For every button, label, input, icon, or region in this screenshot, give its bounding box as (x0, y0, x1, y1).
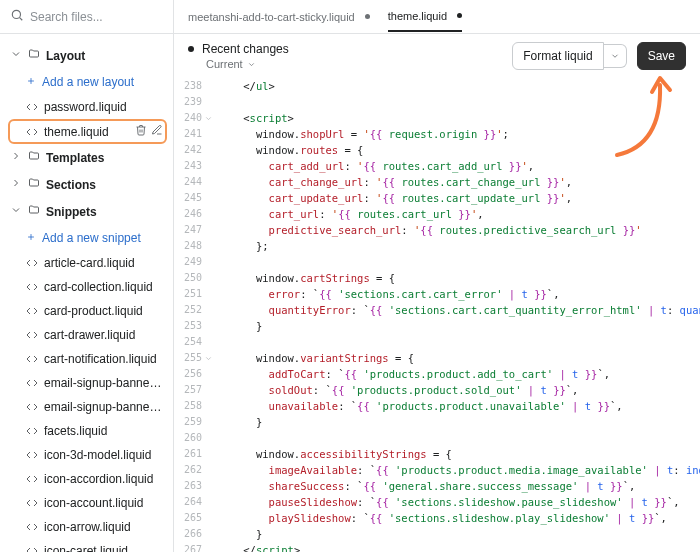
file-row[interactable]: cart-notification.liquid (0, 347, 173, 371)
folder-layout[interactable]: Layout (0, 42, 173, 69)
gutter: 259 (174, 414, 212, 430)
bullet-icon (188, 46, 194, 52)
file-row[interactable]: theme.liquid (0, 119, 173, 144)
chevron-right-icon (10, 177, 22, 192)
file-row[interactable]: icon-account.liquid (0, 491, 173, 515)
code-line[interactable]: 253 } (174, 318, 700, 334)
gutter: 243 (174, 158, 212, 174)
folder-snippets[interactable]: Snippets (0, 198, 173, 225)
tab-theme[interactable]: theme.liquid (388, 10, 462, 32)
format-liquid-button[interactable]: Format liquid (512, 42, 603, 70)
version-selector[interactable]: Current (206, 58, 256, 70)
code-text: <script> (212, 110, 294, 126)
file-row[interactable]: icon-arrow.liquid (0, 515, 173, 539)
file-label: icon-account.liquid (44, 496, 143, 510)
dirty-dot-icon (457, 13, 462, 18)
gutter: 238 (174, 78, 212, 94)
folder-label: Layout (46, 49, 85, 63)
tab-meetanshi[interactable]: meetanshi-add-to-cart-sticky.liquid (188, 11, 370, 31)
file-row[interactable]: email-signup-banner-background... (0, 371, 173, 395)
search-wrap (0, 0, 173, 34)
file-row[interactable]: cart-drawer.liquid (0, 323, 173, 347)
edit-icon[interactable] (151, 124, 163, 139)
gutter: 264 (174, 494, 212, 510)
folder-sections[interactable]: Sections (0, 171, 173, 198)
code-line[interactable]: 264 pauseSlideshow: `{{ 'sections.slides… (174, 494, 700, 510)
code-line[interactable]: 243 cart_add_url: '{{ routes.cart_add_ur… (174, 158, 700, 174)
code-line[interactable]: 244 cart_change_url: '{{ routes.cart_cha… (174, 174, 700, 190)
code-line[interactable]: 240 <script> (174, 110, 700, 126)
code-line[interactable]: 241 window.shopUrl = '{{ request.origin … (174, 126, 700, 142)
code-line[interactable]: 238 </ul> (174, 78, 700, 94)
svg-line-1 (20, 18, 23, 21)
code-line[interactable]: 252 quantityError: `{{ 'sections.cart.ca… (174, 302, 700, 318)
format-liquid-dropdown[interactable] (604, 44, 627, 68)
code-line[interactable]: 257 soldOut: `{{ 'products.product.sold_… (174, 382, 700, 398)
code-line[interactable]: 260 (174, 430, 700, 446)
folder-templates[interactable]: Templates (0, 144, 173, 171)
fold-icon[interactable] (204, 112, 213, 121)
file-row[interactable]: icon-caret.liquid (0, 539, 173, 552)
code-text (212, 334, 218, 350)
file-label: facets.liquid (44, 424, 107, 438)
gutter: 241 (174, 126, 212, 142)
format-label: Format liquid (523, 49, 592, 63)
gutter: 257 (174, 382, 212, 398)
code-line[interactable]: 262 imageAvailable: `{{ 'products.produc… (174, 462, 700, 478)
code-text: window.shopUrl = '{{ request.origin }}'; (212, 126, 509, 142)
file-row[interactable]: icon-3d-model.liquid (0, 443, 173, 467)
chevron-down-icon (10, 48, 22, 63)
code-line[interactable]: 263 shareSuccess: `{{ 'general.share.suc… (174, 478, 700, 494)
code-text: cart_url: '{{ routes.cart_url }}', (212, 206, 484, 222)
file-row[interactable]: card-product.liquid (0, 299, 173, 323)
code-line[interactable]: 250 window.cartStrings = { (174, 270, 700, 286)
code-line[interactable]: 265 playSlideshow: `{{ 'sections.slidesh… (174, 510, 700, 526)
code-line[interactable]: 256 addToCart: `{{ 'products.product.add… (174, 366, 700, 382)
file-row[interactable]: facets.liquid (0, 419, 173, 443)
code-line[interactable]: 266 } (174, 526, 700, 542)
file-label: email-signup-banner-background... (44, 400, 163, 414)
tab-label: meetanshi-add-to-cart-sticky.liquid (188, 11, 355, 23)
file-row[interactable]: password.liquid (0, 95, 173, 119)
code-line[interactable]: 246 cart_url: '{{ routes.cart_url }}', (174, 206, 700, 222)
fold-icon[interactable] (204, 352, 213, 361)
file-row[interactable]: email-signup-banner-background... (0, 395, 173, 419)
code-line[interactable]: 245 cart_update_url: '{{ routes.cart_upd… (174, 190, 700, 206)
trash-icon[interactable] (135, 124, 147, 139)
file-label: cart-drawer.liquid (44, 328, 135, 342)
search-input[interactable] (30, 10, 163, 24)
recent-changes[interactable]: Recent changes (188, 42, 289, 56)
code-line[interactable]: 249 (174, 254, 700, 270)
code-line[interactable]: 242 window.routes = { (174, 142, 700, 158)
code-line[interactable]: 254 (174, 334, 700, 350)
file-row[interactable]: article-card.liquid (0, 251, 173, 275)
gutter: 250 (174, 270, 212, 286)
code-line[interactable]: 248 }; (174, 238, 700, 254)
code-line[interactable]: 251 error: `{{ 'sections.cart.cart_error… (174, 286, 700, 302)
code-text: soldOut: `{{ 'products.product.sold_out'… (212, 382, 578, 398)
file-label: theme.liquid (44, 125, 109, 139)
add-snippet-link[interactable]: Add a new snippet (0, 225, 173, 251)
code-line[interactable]: 255 window.variantStrings = { (174, 350, 700, 366)
file-row[interactable]: card-collection.liquid (0, 275, 173, 299)
code-line[interactable]: 239 (174, 94, 700, 110)
code-line[interactable]: 267 </script> (174, 542, 700, 552)
code-line[interactable]: 261 window.accessibilityStrings = { (174, 446, 700, 462)
gutter: 248 (174, 238, 212, 254)
file-tree[interactable]: Layout Add a new layout password.liquid … (0, 34, 173, 552)
gutter: 255 (174, 350, 212, 366)
code-text: error: `{{ 'sections.cart.cart_error' | … (212, 286, 559, 302)
code-line[interactable]: 259 } (174, 414, 700, 430)
code-editor[interactable]: 238 </ul>239240 <script>241 window.shopU… (174, 78, 700, 552)
tab-label: theme.liquid (388, 10, 447, 22)
code-text: } (212, 414, 262, 430)
code-text: imageAvailable: `{{ 'products.product.me… (212, 462, 700, 478)
svg-point-0 (12, 10, 20, 18)
folder-label: Snippets (46, 205, 97, 219)
code-line[interactable]: 258 unavailable: `{{ 'products.product.u… (174, 398, 700, 414)
add-layout-link[interactable]: Add a new layout (0, 69, 173, 95)
code-line[interactable]: 247 predictive_search_url: '{{ routes.pr… (174, 222, 700, 238)
save-button[interactable]: Save (637, 42, 686, 70)
file-label: card-collection.liquid (44, 280, 153, 294)
file-row[interactable]: icon-accordion.liquid (0, 467, 173, 491)
